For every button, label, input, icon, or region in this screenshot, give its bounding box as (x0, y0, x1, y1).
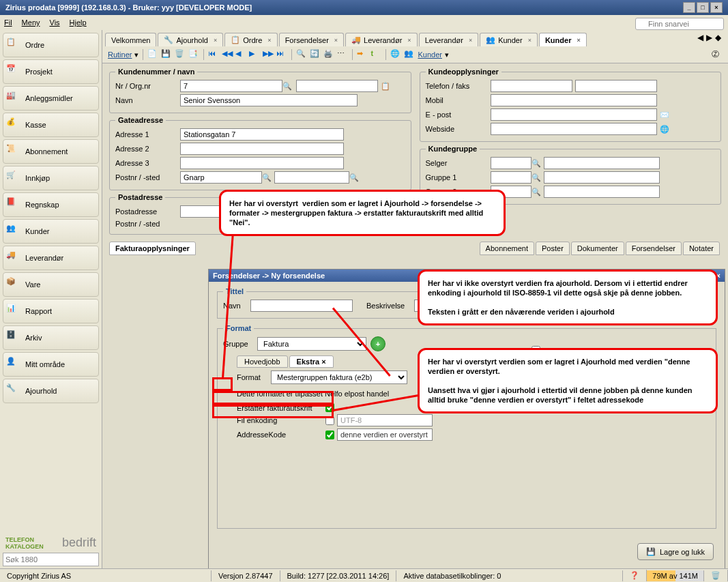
refresh-icon[interactable]: 🔄 (310, 49, 321, 60)
navn-input[interactable] (180, 94, 358, 106)
sidebar-item-vare[interactable]: 📦Vare (3, 272, 99, 297)
innertab-ekstra[interactable]: Ekstra × (289, 355, 334, 368)
tab-leverandor-2[interactable]: Leverandør× (419, 33, 479, 46)
adresse3-input[interactable] (180, 157, 344, 169)
globe-icon[interactable]: 🌐 (390, 49, 401, 60)
addressekode-checkbox[interactable] (325, 431, 334, 439)
roennigen-icon[interactable]: 📋 (381, 82, 390, 91)
trash-icon[interactable]: 🗑️ (704, 570, 728, 581)
subtab-poster[interactable]: Poster (536, 242, 570, 255)
copy-icon[interactable]: 📑 (188, 49, 199, 60)
subtab-dokumenter[interactable]: Dokumenter (571, 242, 624, 255)
subtab-notater[interactable]: Notater (683, 242, 720, 255)
nr-input[interactable] (180, 80, 282, 92)
tab-next-icon[interactable]: ▶ (706, 33, 712, 46)
search-icon[interactable]: 🔍 (282, 82, 292, 91)
sidebar-item-innkjop[interactable]: 🛒Innkjøp (3, 166, 99, 190)
kunder-link[interactable]: Kunder (418, 50, 441, 59)
subtab-forsendelser[interactable]: Forsendelser (626, 242, 682, 255)
dlg-navn-input[interactable] (250, 300, 353, 312)
menu-vis[interactable]: Vis (50, 18, 60, 27)
selger-name-input[interactable] (544, 157, 660, 169)
sted-input[interactable] (180, 171, 262, 184)
tab-close-icon[interactable]: × (469, 37, 472, 44)
gruppe1-name-input[interactable] (544, 171, 660, 184)
tab-menu-icon[interactable]: ◆ (715, 33, 721, 46)
more-icon[interactable]: ⋯ (337, 49, 348, 60)
postnr-input[interactable] (274, 171, 349, 184)
dropdown-icon[interactable]: ▾ (445, 50, 449, 59)
tab-close-icon[interactable]: × (334, 37, 338, 44)
print-icon[interactable]: 🖨️ (323, 49, 334, 60)
sidebar-item-ordre[interactable]: 📋Ordre (3, 33, 99, 57)
faks-input[interactable] (575, 80, 657, 92)
back-icon[interactable]: ◀ (235, 49, 246, 60)
innertab-hovedjobb[interactable]: Hovedjobb (237, 355, 288, 368)
subtab-abonnement[interactable]: Abonnement (480, 242, 534, 255)
close-button[interactable]: × (710, 2, 723, 13)
tab-leverandor-1[interactable]: 🚚Leverandør× (345, 33, 418, 46)
tab-kunder-1[interactable]: 👥Kunder× (480, 33, 538, 46)
last-icon[interactable]: ⏭ (276, 49, 287, 60)
minimize-button[interactable]: _ (683, 2, 695, 13)
arrow-right-icon[interactable]: ➡ (357, 49, 368, 60)
selger-code-input[interactable] (491, 157, 532, 169)
tab-close-icon[interactable]: × (321, 358, 325, 366)
menu-meny[interactable]: Meny (22, 18, 40, 27)
tab-velkommen[interactable]: Velkommen (105, 33, 156, 46)
addressekode-input[interactable] (337, 428, 433, 441)
mobil-input[interactable] (491, 94, 657, 106)
sidebar-item-rapport[interactable]: 📊Rapport (3, 299, 99, 323)
tab-kunder-2[interactable]: Kunder× (539, 33, 587, 46)
sidebar-item-prosjekt[interactable]: 📅Prosjekt (3, 59, 99, 84)
sidebar-item-abonnement[interactable]: 📜Abonnement (3, 139, 99, 164)
prev-icon[interactable]: ◀◀ (222, 49, 233, 60)
save-icon[interactable]: 💾 (161, 49, 172, 60)
help-icon[interactable]: ❓ (623, 570, 647, 581)
menu-hjelp[interactable]: Hjelp (70, 18, 87, 27)
gruppe-select[interactable]: Faktura (257, 337, 366, 351)
sidebar-item-mitt-omrade[interactable]: 👤Mitt område (3, 352, 99, 377)
sidebar-item-regnskap[interactable]: 📕Regnskap (3, 192, 99, 217)
tab-ordre[interactable]: 📋Ordre× (224, 33, 277, 46)
telefon-input[interactable] (491, 80, 572, 92)
webside-input[interactable] (491, 123, 657, 135)
search-icon[interactable]: 🔍 (262, 173, 272, 182)
next-icon[interactable]: ▶▶ (263, 49, 274, 60)
epost-input[interactable] (491, 108, 657, 121)
search-icon[interactable]: 🔍 (532, 188, 541, 197)
sidebar-item-kunder[interactable]: 👥Kunder (3, 219, 99, 244)
save-close-button[interactable]: 💾 Lagre og lukk (637, 543, 714, 560)
sidebar-item-ajourhold[interactable]: 🔧Ajourhold (3, 379, 99, 403)
search-icon[interactable]: 🔍 (349, 173, 359, 182)
sidebar-item-arkiv[interactable]: 🗄️Arkiv (3, 325, 99, 350)
first-icon[interactable]: ⏮ (208, 49, 219, 60)
tab-close-icon[interactable]: × (577, 37, 580, 44)
orgnr-input[interactable] (296, 80, 378, 92)
delete-icon[interactable]: 🗑️ (175, 49, 186, 60)
tab-close-icon[interactable]: × (407, 37, 411, 44)
search-icon[interactable]: 🔍 (532, 173, 541, 182)
tab-forsendelser[interactable]: Forsendelser× (279, 33, 344, 46)
menu-fil[interactable]: Fil (4, 18, 12, 27)
tab-close-icon[interactable]: × (214, 37, 217, 44)
maximize-button[interactable]: □ (697, 2, 709, 13)
search-icon[interactable]: 🔍 (296, 49, 307, 60)
gruppe2-name-input[interactable] (544, 186, 660, 198)
tab-ajourhold[interactable]: 🔧Ajourhold× (158, 33, 223, 46)
tab-close-icon[interactable]: × (528, 37, 532, 44)
new-icon[interactable]: 📄 (147, 49, 158, 60)
subtab-faktura[interactable]: Fakturaopplysninger (109, 242, 196, 255)
sidebar-item-leverandor[interactable]: 🚚Leverandør (3, 246, 99, 270)
1880-icon[interactable]: t (370, 49, 381, 60)
search-icon[interactable]: 🔍 (532, 159, 541, 168)
filenkoding-input[interactable] (337, 414, 433, 426)
dropdown-icon[interactable]: ▾ (134, 50, 139, 59)
globe-icon[interactable]: 🌐 (660, 125, 669, 134)
add-button[interactable]: + (370, 336, 385, 351)
quick-search-input[interactable] (635, 18, 724, 30)
sidebar-item-anleggsmidler[interactable]: 🏭Anleggsmidler (3, 86, 99, 111)
side-search-input[interactable] (3, 553, 99, 566)
tab-prev-icon[interactable]: ◀ (697, 33, 703, 46)
mail-icon[interactable]: ✉️ (660, 111, 669, 119)
